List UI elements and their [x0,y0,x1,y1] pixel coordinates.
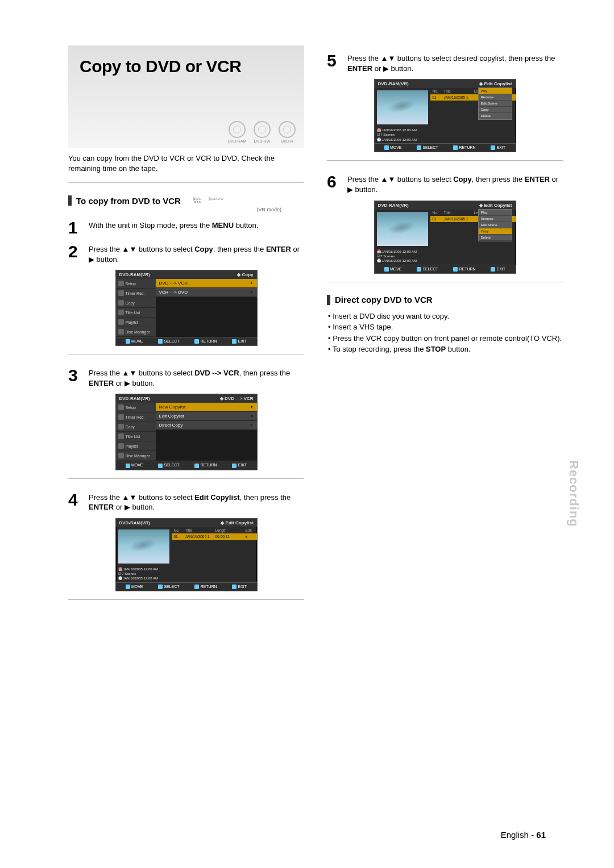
intro-text: You can copy from the DVD to VCR or VCR … [68,153,304,173]
hero-banner: Copy to DVD or VCR DVD-RAM DVD-RW DVD-R [68,45,304,148]
right-column: 5 Press the ▲▼ buttons to select desired… [327,45,563,612]
heading-bar [327,295,330,305]
bullet-item: Press the VCR copy button on front panel… [328,333,563,344]
bullet-item: To stop recording, press the STOP button… [328,344,563,355]
left-column: Copy to DVD or VCR DVD-RAM DVD-RW DVD-R … [68,45,304,612]
step-5: 5 Press the ▲▼ buttons to select desired… [327,52,563,73]
step-number: 1 [68,219,83,236]
osd-screen-copylist-popup-copy: DVD-RAM(VR)◆ Edit Copylist 📅 JAN/16/2005… [374,201,516,274]
section-heading-copy-from-dvd: To copy from DVD to VCR DVD-RAM DVD-RW [68,195,304,206]
mini-badge-dvd-ram: DVD-RAM [190,197,206,204]
divider [68,354,304,354]
mini-badge-dvd-rw: DVD-RW [208,197,224,204]
step-text: Press the ▲▼ buttons to select desired c… [347,52,563,73]
divider [327,282,563,282]
step-text: Press the ▲▼ buttons to select DVD --> V… [89,367,304,388]
step-number: 4 [68,491,83,512]
step-text: Press the ▲▼ buttons to select Edit Copy… [89,491,304,512]
step-text: Press the ▲▼ buttons to select Copy, the… [347,173,563,194]
osd-screen-edit-copylist: DVD-RAM(VR)◆ Edit Copylist 📅 JAN/16/2005… [115,518,258,591]
page-title: Copy to DVD or VCR [80,57,304,76]
divider [68,599,304,600]
bullet-item: Insert a VHS tape. [328,322,563,333]
context-menu: Play Rename Edit Scene Copy Delete [478,87,512,120]
heading-text: Direct copy DVD to VCR [335,295,433,304]
page-footer: English - 61 [501,830,546,840]
badge-dvd-r: DVD-R [276,121,298,143]
step-text: Press the ▲▼ buttons to select Copy, the… [89,243,304,264]
thumbnail-image [377,212,428,246]
section-tab-recording: Recording [566,460,581,527]
step-4: 4 Press the ▲▼ buttons to select Edit Co… [68,491,304,512]
bullet-item: Insert a DVD disc you want to copy. [328,311,563,322]
step-2: 2 Press the ▲▼ buttons to select Copy, t… [68,243,304,264]
step-number: 5 [327,52,342,73]
vr-mode-label: (VR mode) [68,207,281,212]
step-number: 6 [327,173,342,194]
osd-screen-dvd-to-vcr-menu: DVD-RAM(VR)◆ DVD - -> VCR Setup Timer Re… [115,394,258,470]
badge-dvd-rw: DVD-RW [251,121,273,143]
step-1: 1 With the unit in Stop mode, press the … [68,219,304,236]
divider [327,160,563,161]
thumbnail-image [377,90,428,124]
disc-badges: DVD-RAM DVD-RW DVD-R [226,121,298,143]
heading-text: To copy from DVD to VCR [76,196,181,206]
osd-screen-copylist-popup-play: DVD-RAM(VR)◆ Edit Copylist 📅 JAN/16/2005… [374,79,516,152]
step-text: With the unit in Stop mode, press the ME… [89,219,258,236]
direct-copy-bullets: Insert a DVD disc you want to copy. Inse… [328,311,563,355]
heading-bar [68,195,72,206]
badge-dvd-ram: DVD-RAM [226,121,248,143]
context-menu: Play Rename Edit Scene Copy Delete [478,209,512,241]
osd-screen-copy-menu: DVD-RAM(VR)◆ Copy Setup Timer Rec. Copy … [115,270,258,346]
step-number: 3 [68,367,83,388]
section-heading-direct-copy: Direct copy DVD to VCR [327,295,563,305]
step-3: 3 Press the ▲▼ buttons to select DVD -->… [68,367,304,388]
step-6: 6 Press the ▲▼ buttons to select Copy, t… [327,173,563,194]
thumbnail-image [118,529,169,564]
step-number: 2 [68,243,83,264]
divider [68,182,304,183]
divider [68,478,304,479]
